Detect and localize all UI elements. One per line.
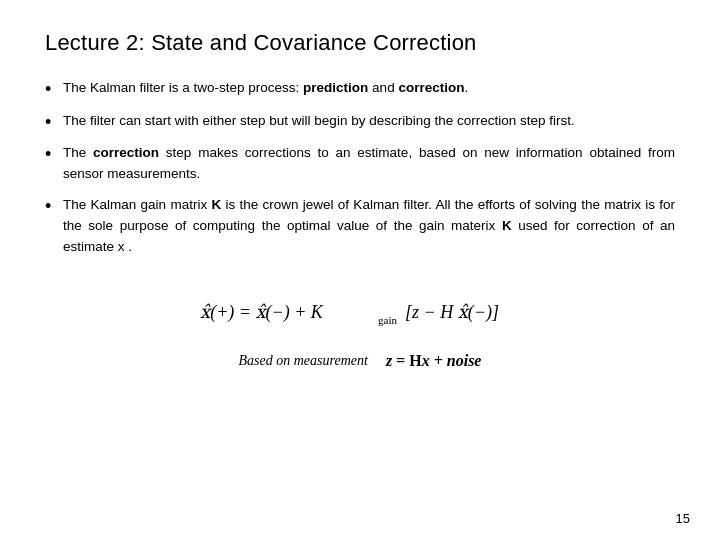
slide-title: Lecture 2: State and Covariance Correcti…: [45, 30, 675, 56]
keyword-correction-2: correction: [93, 145, 159, 160]
slide: Lecture 2: State and Covariance Correcti…: [0, 0, 720, 540]
bullet-text-1: The Kalman filter is a two-step process:…: [63, 78, 675, 99]
keyword-prediction: prediction: [303, 80, 368, 95]
main-formula-svg: x̂(+) = x̂(−) + K gain [z − H x̂(−)]: [190, 290, 530, 342]
keyword-K-2: K: [502, 218, 512, 233]
bullet-text-4: The Kalman gain matrix K is the crown je…: [63, 195, 675, 258]
bullet-dot: •: [45, 112, 63, 134]
bullet-text-3: The correction step makes corrections to…: [63, 143, 675, 185]
bullet-list: • The Kalman filter is a two-step proces…: [45, 78, 675, 258]
svg-text:[z − H x̂(−)]: [z − H x̂(−)]: [405, 302, 499, 323]
bullet-text-2: The filter can start with either step bu…: [63, 111, 675, 132]
bullet-dot: •: [45, 196, 63, 218]
list-item: • The filter can start with either step …: [45, 111, 675, 134]
keyword-K-1: K: [211, 197, 221, 212]
page-number: 15: [676, 511, 690, 526]
measurement-equation: z = Hx + noise: [386, 352, 482, 370]
list-item: • The correction step makes corrections …: [45, 143, 675, 185]
svg-text:gain: gain: [378, 314, 397, 326]
formula-section: x̂(+) = x̂(−) + K gain [z − H x̂(−)] Bas…: [45, 280, 675, 370]
measurement-line: Based on measurement z = Hx + noise: [239, 352, 482, 370]
formula-container: x̂(+) = x̂(−) + K gain [z − H x̂(−)]: [190, 290, 530, 342]
H-bold: H: [409, 352, 421, 369]
list-item: • The Kalman filter is a two-step proces…: [45, 78, 675, 101]
list-item: • The Kalman gain matrix K is the crown …: [45, 195, 675, 258]
measurement-label: Based on measurement: [239, 353, 368, 369]
bullet-dot: •: [45, 144, 63, 166]
bullet-dot: •: [45, 79, 63, 101]
keyword-correction-1: correction: [398, 80, 464, 95]
svg-text:x̂(+) = x̂(−) + K: x̂(+) = x̂(−) + K: [200, 302, 324, 323]
